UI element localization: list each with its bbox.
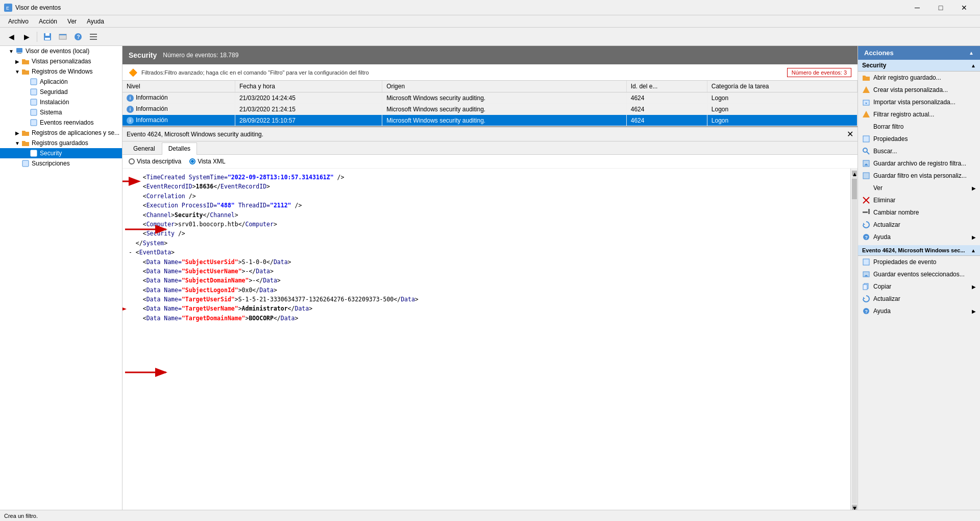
borrar-filtro-label: Borrar filtro <box>873 123 903 130</box>
svg-text:?: ? <box>865 309 868 314</box>
sidebar-item-security[interactable]: ▶ Security <box>0 148 122 158</box>
toolbar-forward-button[interactable]: ▶ <box>19 30 34 43</box>
cell-categoria: Logon <box>707 115 857 126</box>
scroll-down-btn[interactable]: ▼ <box>852 505 857 510</box>
sidebar-item-eventos[interactable]: ▶ Eventos reenviados <box>0 117 122 128</box>
actions-item-ver[interactable]: Ver ▶ <box>858 182 980 194</box>
cell-nivel: iInformación <box>122 115 235 126</box>
arrow2 <box>122 303 129 315</box>
actions-item-prop-evento[interactable]: Propiedades de evento <box>858 256 980 268</box>
sidebar-item-suscripciones[interactable]: ▶ Suscripciones <box>0 158 122 169</box>
svg-rect-38 <box>863 259 869 265</box>
menu-archivo[interactable]: Archivo <box>4 17 33 26</box>
actions-item-buscar[interactable]: Buscar... <box>858 145 980 157</box>
actions-item-abrir[interactable]: Abrir registro guardado... <box>858 72 980 84</box>
filtrar-icon <box>862 110 870 119</box>
actions-item-actualizar1[interactable]: Actualizar <box>858 219 980 231</box>
menu-accion[interactable]: Acción <box>35 17 61 26</box>
actions-item-eliminar[interactable]: Eliminar <box>858 194 980 206</box>
cambiar-icon <box>862 208 870 217</box>
sidebar-item-regwindows[interactable]: ▼ Registros de Windows <box>0 66 122 77</box>
guardar-eventos-icon <box>862 270 870 278</box>
sidebar-item-regapps[interactable]: ▶ Registros de aplicaciones y se... <box>0 128 122 138</box>
sidebar-suscripciones-label: Suscripciones <box>32 160 70 167</box>
filter-count-badge: Número de eventos: 3 <box>787 68 851 77</box>
guardar-eventos-label: Guardar eventos seleccionados... <box>873 271 965 278</box>
actions-item-propiedades[interactable]: Propiedades <box>858 133 980 145</box>
ayuda2-label: Ayuda <box>873 307 891 315</box>
menu-ayuda[interactable]: Ayuda <box>83 17 108 26</box>
radio-circle-descriptiva <box>129 158 135 164</box>
toolbar-save-button[interactable] <box>40 30 55 43</box>
minimize-button[interactable]: ─ <box>905 0 929 15</box>
xml-content-area[interactable]: <TimeCreated SystemTime="2022-09-28T13:1… <box>122 169 850 510</box>
folder-icon <box>21 57 30 65</box>
sidebar-root-label: Visor de eventos (local) <box>26 48 89 55</box>
toolbar-view-button[interactable] <box>56 30 70 43</box>
actions-item-guardar-eventos[interactable]: Guardar eventos seleccionados... <box>858 268 980 280</box>
filter-text: Filtrados:Filtro avanzado; haga clic en … <box>141 69 783 76</box>
guardar-filtro-icon <box>862 159 870 168</box>
maximize-button[interactable]: □ <box>929 0 952 15</box>
actions-item-guardar-vista[interactable]: Guardar filtro en vista personaliz... <box>858 170 980 182</box>
col-categoria: Categoría de la tarea <box>707 81 857 92</box>
root-expand-arrow: ▼ <box>8 48 14 54</box>
instalacion-icon <box>30 98 38 106</box>
svg-rect-15 <box>31 89 37 95</box>
detail-tabs: General Detalles <box>122 141 857 155</box>
actualizar1-label: Actualizar <box>873 221 900 228</box>
sidebar-item-regsaved[interactable]: ▼ Registros guardados <box>0 138 122 148</box>
xml-scrollbar[interactable]: ▲ ▼ <box>850 169 857 510</box>
actualizar2-icon <box>862 295 870 303</box>
copiar-icon <box>862 282 870 291</box>
actions-panel: Acciones ▲ Security ▲ Abrir registro gua… <box>857 46 980 510</box>
actions-item-cambiar[interactable]: Cambiar nombre <box>858 206 980 219</box>
sidebar-item-aplicacion[interactable]: ▶ Aplicación <box>0 77 122 87</box>
table-row[interactable]: iInformación 21/03/2020 14:24:45 Microso… <box>122 92 857 104</box>
radio-descriptiva[interactable]: Vista descriptiva <box>129 158 181 165</box>
radio-descriptiva-label: Vista descriptiva <box>137 158 181 165</box>
events-table: Nivel Fecha y hora Origen Id. del e... C… <box>122 81 857 126</box>
radio-xml[interactable]: Vista XML <box>189 158 225 165</box>
sidebar-security-label: Security <box>40 150 62 157</box>
xml-line-targetusername: <Data Name="TargetUserName">Administrato… <box>129 304 312 313</box>
svg-rect-16 <box>31 99 37 105</box>
close-button[interactable]: ✕ <box>952 0 976 15</box>
actions-item-guardar-filtro[interactable]: Guardar archivo de registro filtra... <box>858 157 980 170</box>
toolbar-back-button[interactable]: ◀ <box>4 30 18 43</box>
menu-ver[interactable]: Ver <box>63 17 81 26</box>
tab-general[interactable]: General <box>127 143 162 154</box>
table-row-selected[interactable]: iInformación 28/09/2022 15:10:57 Microso… <box>122 115 857 126</box>
cell-id: 4624 <box>626 115 707 126</box>
sidebar-aplicacion-label: Aplicación <box>40 78 68 85</box>
sidebar-item-root[interactable]: ▼ Visor de eventos (local) <box>0 46 122 56</box>
toolbar-separator <box>37 32 37 42</box>
actions-item-copiar[interactable]: Copiar ▶ <box>858 280 980 293</box>
cell-id: 4624 <box>626 92 707 104</box>
scroll-up-btn[interactable]: ▲ <box>852 171 857 176</box>
close-detail-button[interactable]: ✕ <box>847 129 853 139</box>
sidebar-item-instalacion[interactable]: ▶ Instalación <box>0 97 122 107</box>
actions-item-ayuda2[interactable]: ? Ayuda ▶ <box>858 305 980 317</box>
actions-item-actualizar2[interactable]: Actualizar <box>858 293 980 305</box>
actions-event-subsection[interactable]: Evento 4624, Microsoft Windows sec... ▲ <box>858 245 980 256</box>
svg-rect-3 <box>45 33 50 36</box>
col-origen: Origen <box>382 81 627 92</box>
sidebar-item-vistas[interactable]: ▶ Vistas personalizadas <box>0 56 122 66</box>
detail-panel: Evento 4624, Microsoft Windows security … <box>122 126 857 510</box>
table-row[interactable]: iInformación 21/03/2020 21:24:15 Microso… <box>122 104 857 115</box>
toolbar-help-button[interactable]: ? <box>71 30 85 43</box>
actions-item-ayuda1[interactable]: ? Ayuda ▶ <box>858 231 980 243</box>
actions-item-crear-vista[interactable]: Crear vista personalizada... <box>858 84 980 96</box>
ayuda1-label: Ayuda <box>873 233 891 241</box>
actions-item-filtrar[interactable]: Filtrar registro actual... <box>858 108 980 121</box>
scroll-thumb[interactable] <box>852 179 857 199</box>
actions-item-importar[interactable]: Importar vista personalizada... <box>858 96 980 108</box>
actions-security-section[interactable]: Security ▲ <box>858 60 980 72</box>
tab-detalles[interactable]: Detalles <box>162 143 197 155</box>
toolbar-extra-button[interactable] <box>86 30 101 43</box>
svg-rect-18 <box>31 120 37 126</box>
sidebar-item-sistema[interactable]: ▶ Sistema <box>0 107 122 117</box>
actions-item-borrar-filtro[interactable]: Borrar filtro <box>858 121 980 133</box>
sidebar-item-seguridad[interactable]: ▶ Seguridad <box>0 87 122 97</box>
